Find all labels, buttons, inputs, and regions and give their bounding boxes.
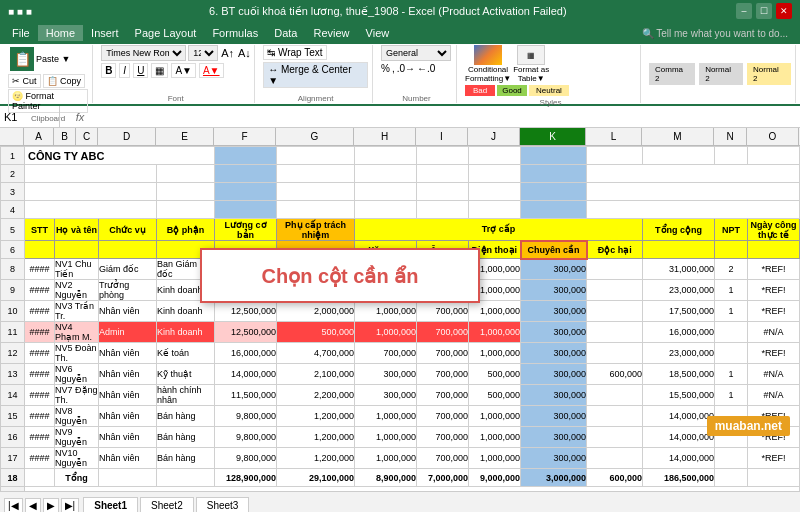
col-header-a[interactable]: A — [24, 128, 54, 145]
e6-luong: 14,000,000 — [215, 364, 277, 385]
menu-pagelayout[interactable]: Page Layout — [127, 25, 205, 41]
good-style-btn[interactable]: Good — [497, 85, 527, 96]
col-header-b[interactable]: B — [54, 128, 76, 145]
cut-btn[interactable]: ✂ Cut — [8, 74, 41, 88]
increase-font-btn[interactable]: A↑ — [220, 46, 235, 60]
e9-dochai — [587, 427, 643, 448]
underline-btn[interactable]: U — [133, 63, 148, 78]
comma-btn[interactable]: , — [392, 63, 395, 74]
h-ngaycong: Ngày công thực tế — [748, 219, 800, 241]
font-group: Times New Roma 12 A↑ A↓ B I U ▦ A▼ A▼ Fo… — [97, 45, 255, 103]
emp-row-10: 11 #### NV4 Phạm M. Admin Kinh doanh 12,… — [1, 322, 800, 343]
r2c12 — [587, 165, 800, 183]
sheet-nav-first[interactable]: |◀ — [4, 498, 23, 512]
e9-tongcong: 14,000,000 — [643, 427, 715, 448]
merge-center-btn[interactable]: ↔ Merge & Center ▼ — [263, 62, 368, 88]
wrap-text-btn[interactable]: ↹ Wrap Text — [263, 45, 326, 60]
comma2-style[interactable]: Comma 2 — [649, 63, 695, 85]
col-header-n[interactable]: N — [714, 128, 747, 145]
close-btn[interactable]: ✕ — [776, 3, 792, 19]
font-name-select[interactable]: Times New Roma — [101, 45, 186, 61]
minimize-btn[interactable]: – — [736, 3, 752, 19]
sheet-tab-1[interactable]: Sheet1 — [83, 497, 138, 512]
normal2-style[interactable]: Normal 2 — [699, 63, 743, 85]
align-row2: ↔ Merge & Center ▼ — [263, 62, 368, 88]
h2-npt — [715, 241, 748, 259]
row-num-1: 1 — [1, 147, 25, 165]
maximize-btn[interactable]: ☐ — [756, 3, 772, 19]
e7-anca: 700,000 — [417, 385, 469, 406]
row-num-12: 13 — [1, 364, 25, 385]
spreadsheet: A B C D E F G H I J K L M N O — [0, 128, 800, 491]
e8-luong: 9,800,000 — [215, 406, 277, 427]
formula-icon: fx — [60, 111, 100, 123]
normal22-style[interactable]: Normal 2 — [747, 63, 791, 85]
formula-input[interactable] — [100, 111, 800, 123]
total-blank2 — [157, 469, 215, 487]
fill-color-btn[interactable]: A▼ — [171, 63, 196, 78]
e5-tongcong: 23,000,000 — [643, 343, 715, 364]
row-num-15: 16 — [1, 427, 25, 448]
sheet-nav-last[interactable]: ▶| — [61, 498, 80, 512]
row-1: 1 CÔNG TY ABC — [1, 147, 800, 165]
dialog-box[interactable]: Chọn cột cần ẩn — [200, 248, 480, 303]
col-header-k[interactable]: K — [520, 128, 586, 145]
e6-chuyencan: 300,000 — [521, 364, 587, 385]
h2-ngaycong — [748, 241, 800, 259]
menu-home[interactable]: Home — [38, 25, 83, 41]
r4c1 — [25, 201, 157, 219]
menu-data[interactable]: Data — [266, 25, 305, 41]
e4-tongcong: 16,000,000 — [643, 322, 715, 343]
border-btn[interactable]: ▦ — [151, 63, 168, 78]
copy-btn[interactable]: 📋 Copy — [43, 74, 86, 88]
company-name-cell[interactable]: CÔNG TY ABC — [25, 147, 215, 165]
font-size-select[interactable]: 12 — [188, 45, 218, 61]
col-header-m[interactable]: M — [642, 128, 714, 145]
col-header-c[interactable]: C — [76, 128, 98, 145]
bad-style-btn[interactable]: Bad — [465, 85, 495, 96]
col-header-o[interactable]: O — [747, 128, 799, 145]
col-header-i[interactable]: I — [416, 128, 468, 145]
neutral-style-btn[interactable]: Neutral — [529, 85, 569, 96]
e4-bophan: Kinh doanh — [157, 322, 215, 343]
e7-ngaycong: #N/A — [748, 385, 800, 406]
percent-btn[interactable]: % — [381, 63, 390, 74]
col-header-d[interactable]: D — [98, 128, 156, 145]
e4-xangxe: 1,000,000 — [355, 322, 417, 343]
font-color-btn[interactable]: A▼ — [199, 63, 224, 78]
cond-format-btn[interactable]: ConditionalFormatting▼ — [465, 45, 511, 83]
menu-review[interactable]: Review — [305, 25, 357, 41]
col-header-g[interactable]: G — [276, 128, 354, 145]
menu-insert[interactable]: Insert — [83, 25, 127, 41]
r3c12 — [587, 183, 800, 201]
col-header-h[interactable]: H — [354, 128, 416, 145]
h2-name — [55, 241, 99, 259]
decimal-inc-btn[interactable]: .0→ — [397, 63, 415, 74]
italic-btn[interactable]: I — [119, 63, 130, 78]
sheet-nav-prev[interactable]: ◀ — [25, 498, 41, 512]
e4-npt — [715, 322, 748, 343]
name-box[interactable]: K1 — [0, 106, 60, 127]
decrease-font-btn[interactable]: A↓ — [237, 46, 252, 60]
bold-btn[interactable]: B — [101, 63, 116, 78]
sheet-tab-3[interactable]: Sheet3 — [196, 497, 250, 512]
menu-file[interactable]: File — [4, 25, 38, 41]
number-format-select[interactable]: General — [381, 45, 451, 61]
total-npt — [715, 469, 748, 487]
paste-btn[interactable]: 📋 Paste ▼ — [8, 45, 88, 73]
format-table-btn[interactable]: ▦ Format asTable▼ — [513, 45, 549, 83]
col-header-f[interactable]: F — [214, 128, 276, 145]
menu-view[interactable]: View — [358, 25, 398, 41]
decimal-dec-btn[interactable]: ←.0 — [417, 63, 435, 74]
col-header-l[interactable]: L — [586, 128, 642, 145]
sheet-tab-2[interactable]: Sheet2 — [140, 497, 194, 512]
col-header-e[interactable]: E — [156, 128, 214, 145]
e9-xangxe: 1,000,000 — [355, 427, 417, 448]
column-headers: A B C D E F G H I J K L M N O — [0, 128, 800, 146]
col-header-j[interactable]: J — [468, 128, 520, 145]
menu-formulas[interactable]: Formulas — [204, 25, 266, 41]
e4-anca: 700,000 — [417, 322, 469, 343]
sheet-nav-next[interactable]: ▶ — [43, 498, 59, 512]
row-num-19: 19 — [1, 487, 25, 492]
r1c14 — [715, 147, 748, 165]
